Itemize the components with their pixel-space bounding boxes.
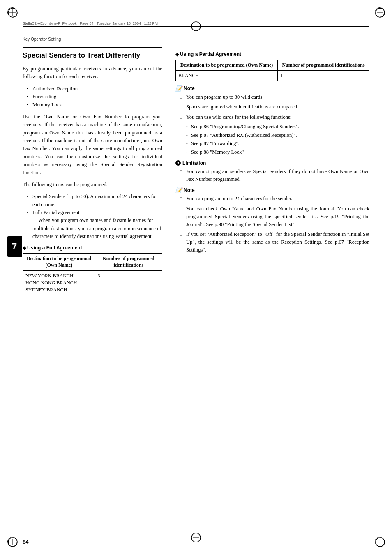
note2-title: 📝 Note — [175, 187, 369, 193]
limitation-icon: ● — [175, 160, 181, 166]
sub-list-item: See p.87 "Authorized RX (Authorized Rece… — [186, 132, 369, 139]
note-item: You can program up to 30 wild cards. — [180, 93, 369, 101]
note-item: You can use wild cards for the following… — [180, 113, 369, 156]
partial-table-header-0: Destination to be programmed (Own Name) — [176, 60, 278, 71]
file-name: StellaC2-AEcombine-F_FM.book — [23, 21, 77, 25]
col-left: 7 Special Senders to Treat Differently B… — [23, 47, 162, 300]
sub-list: See p.86 "Programming/Changing Special S… — [186, 123, 369, 156]
partial-agreement-table: Destination to be programmed (Own Name) … — [175, 60, 369, 81]
table-row: BRANCH 1 — [176, 70, 369, 81]
section-title: Special Senders to Treat Differently — [23, 47, 162, 60]
limitation-item: You cannot program senders as Special Se… — [180, 168, 369, 183]
list-item: Memory Lock — [27, 101, 162, 109]
table-header-0: Destination to be programmed (Own Name) — [23, 253, 95, 271]
full-agreement-heading: Using a Full Agreement — [23, 245, 162, 251]
note2-item: You can program up to 24 characters for … — [180, 195, 369, 203]
note1-section: 📝 Note You can program up to 30 wild car… — [175, 85, 369, 156]
page-content: Key Operator Setting 7 Special Senders t… — [23, 37, 369, 529]
note-icon: 📝 — [175, 85, 182, 92]
breadcrumb: Key Operator Setting — [23, 37, 369, 42]
feature-list: Authorized Reception Forwarding Memory L… — [27, 85, 162, 109]
list-item: Full/ Partial agreement When you program… — [27, 209, 162, 241]
limitation-title: ● Limitation — [175, 160, 369, 166]
col-right: Using a Partial Agreement Destination to… — [175, 47, 369, 300]
note1-list: You can program up to 30 wild cards. Spa… — [180, 93, 369, 156]
intro-para1: By programming particular receivers in a… — [23, 65, 162, 81]
full-agreement-table: Destination to be programmed (Own Name) … — [23, 253, 162, 295]
note1-title: 📝 Note — [175, 85, 369, 92]
top-center-mark — [191, 21, 201, 33]
partial-table-header-1: Number of programmed identifications — [278, 60, 369, 71]
bottom-center-mark — [191, 533, 201, 544]
page-ref: Page 84 — [80, 21, 94, 25]
list-item: Forwarding — [27, 93, 162, 101]
table-cell-count: 3 — [95, 271, 162, 295]
note-item: Spaces are ignored when identifications … — [180, 103, 369, 111]
table-row: NEW YORK BRANCHHONG KONG BRANCHSYDNEY BR… — [23, 271, 162, 295]
date: Tuesday, January 13, 2004 — [97, 21, 141, 25]
time: 1:22 PM — [144, 21, 158, 25]
list-item: Special Senders (Up to 30). A maximum of… — [27, 193, 162, 209]
page-number: 84 — [23, 539, 28, 545]
intro-para2: Use the Own Name or Own Fax Number to pr… — [23, 113, 162, 177]
columns: 7 Special Senders to Treat Differently B… — [23, 47, 369, 300]
partial-cell-dest: BRANCH — [176, 70, 278, 81]
corner-mark-tr — [375, 7, 385, 17]
limitation-list: You cannot program senders as Special Se… — [180, 168, 369, 183]
note2-list: You can program up to 24 characters for … — [180, 195, 369, 254]
corner-mark-bl — [7, 537, 17, 547]
corner-mark-br — [375, 537, 385, 547]
note2-icon: 📝 — [175, 187, 182, 193]
partial-cell-count: 1 — [278, 70, 369, 81]
sub-list-item: See p.87 "Forwarding". — [186, 140, 369, 148]
programmed-item-1-title: Full/ Partial agreement — [32, 210, 80, 215]
intro-para3: The following items can be programmed. — [23, 181, 162, 189]
sub-list-item: See p.88 "Memory Lock" — [186, 148, 369, 156]
table-header-1: Number of programmed identifications — [95, 253, 162, 271]
note2-section: 📝 Note You can program up to 24 characte… — [175, 187, 369, 254]
programmed-list: Special Senders (Up to 30). A maximum of… — [27, 193, 162, 240]
table-cell-destinations: NEW YORK BRANCHHONG KONG BRANCHSYDNEY BR… — [23, 271, 95, 295]
programmed-item-1-desc: When you program own names and facsimile… — [32, 217, 161, 239]
programmed-item-0: Special Senders (Up to 30). A maximum of… — [32, 194, 157, 207]
list-item: Authorized Reception — [27, 85, 162, 93]
corner-mark-tl — [7, 7, 17, 17]
note2-item: If you set "Authorized Reception" to "Of… — [180, 231, 369, 254]
partial-agreement-heading: Using a Partial Agreement — [175, 51, 369, 57]
limitation-section: ● Limitation You cannot program senders … — [175, 160, 369, 183]
chapter-tab: 7 — [7, 236, 22, 257]
sub-list-item: See p.86 "Programming/Changing Special S… — [186, 123, 369, 131]
note2-item: You can check Own Name and Own Fax Numbe… — [180, 205, 369, 228]
